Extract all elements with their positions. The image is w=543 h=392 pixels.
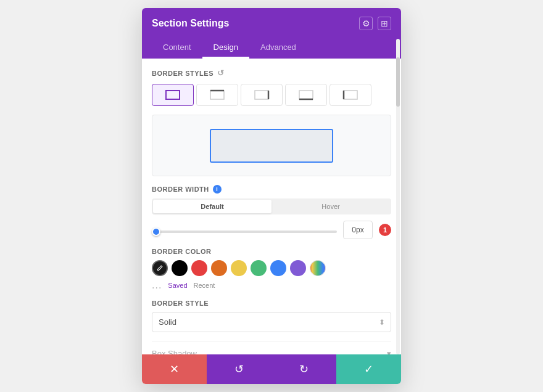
more-colors-icon[interactable]: ... [152, 280, 162, 291]
save-button[interactable]: ✓ [336, 354, 401, 384]
cancel-button[interactable]: ✕ [142, 354, 207, 384]
color-swatch-orange[interactable] [211, 260, 227, 276]
color-swatches [152, 260, 391, 276]
color-swatch-purple[interactable] [290, 260, 306, 276]
box-shadow-toggle[interactable]: Box Shadow ▾ [152, 349, 391, 354]
panel-title: Section Settings [152, 18, 229, 29]
undo-button[interactable]: ↺ [207, 354, 272, 384]
preview-box [210, 129, 333, 163]
svg-rect-3 [255, 91, 268, 99]
border-color-section: Border Color ... Sav [152, 248, 391, 291]
hover-tab[interactable]: Hover [272, 200, 390, 213]
border-right-btn[interactable] [241, 84, 283, 106]
settings-icon[interactable]: ⚙ [359, 17, 373, 30]
color-swatch-black[interactable] [172, 260, 188, 276]
section-settings-panel: Section Settings ⚙ ⊞ Content Design Adva… [142, 8, 401, 384]
recent-colors-label[interactable]: Recent [194, 282, 215, 289]
border-styles-label: Border Styles ↺ [152, 68, 391, 78]
panel-header-icons: ⚙ ⊞ [359, 17, 391, 30]
panel-footer: ✕ ↺ ↻ ✓ [142, 354, 401, 384]
color-swatch-custom[interactable] [152, 260, 168, 276]
border-width-badge: 1 [379, 224, 391, 236]
border-preview [152, 115, 391, 176]
color-swatch-yellow[interactable] [231, 260, 247, 276]
chevron-down-icon: ▾ [387, 349, 391, 354]
border-width-section: Border Width i Default Hover 0px 1 [152, 185, 391, 239]
border-all-btn[interactable] [152, 84, 194, 106]
color-swatch-blue[interactable] [270, 260, 286, 276]
border-style-select-wrapper: Solid Dashed Dotted Double None ⬍ [152, 312, 391, 332]
slider-row: 0px 1 [152, 221, 391, 239]
border-width-info[interactable]: i [213, 185, 222, 194]
border-style-label: Border Style [152, 300, 391, 307]
border-styles-reset[interactable]: ↺ [217, 68, 225, 78]
default-tab[interactable]: Default [153, 200, 272, 213]
border-width-label: Border Width i [152, 185, 391, 194]
svg-rect-0 [166, 91, 180, 99]
color-swatch-red[interactable] [191, 260, 207, 276]
tab-design[interactable]: Design [202, 38, 249, 59]
border-color-label: Border Color [152, 248, 391, 255]
svg-rect-5 [299, 91, 313, 99]
panel-title-row: Section Settings ⚙ ⊞ [152, 17, 391, 30]
border-styles-section: Border Styles ↺ [152, 68, 391, 176]
columns-icon[interactable]: ⊞ [378, 17, 391, 30]
tab-content[interactable]: Content [152, 38, 202, 59]
border-width-slider[interactable] [152, 231, 337, 233]
saved-recent-row: ... Saved Recent [152, 280, 391, 291]
scrollbar-thumb[interactable] [396, 57, 400, 107]
tab-advanced[interactable]: Advanced [249, 38, 307, 59]
border-left-btn[interactable] [330, 84, 371, 106]
saved-colors-label[interactable]: Saved [168, 282, 187, 289]
border-style-select[interactable]: Solid Dashed Dotted Double None [152, 312, 391, 332]
slider-wrapper [152, 224, 337, 235]
svg-rect-1 [210, 91, 224, 99]
box-shadow-section: Box Shadow ▾ [152, 341, 391, 354]
svg-rect-7 [344, 91, 357, 99]
scrollbar-track [396, 39, 400, 354]
box-shadow-label: Box Shadow [152, 349, 197, 354]
border-style-dropdown-section: Border Style Solid Dashed Dotted Double … [152, 300, 391, 332]
redo-button[interactable]: ↻ [272, 354, 336, 384]
panel-body: Border Styles ↺ [142, 59, 401, 354]
color-swatch-green[interactable] [251, 260, 267, 276]
tabs-row: Content Design Advanced [152, 38, 391, 59]
border-style-icons-row [152, 84, 391, 106]
border-bottom-btn[interactable] [285, 84, 327, 106]
color-swatch-rainbow[interactable] [307, 257, 330, 280]
panel-header: Section Settings ⚙ ⊞ Content Design Adva… [142, 8, 401, 59]
default-hover-tabs: Default Hover [152, 198, 391, 214]
border-width-value: 0px [343, 221, 373, 239]
border-top-btn[interactable] [196, 84, 238, 106]
